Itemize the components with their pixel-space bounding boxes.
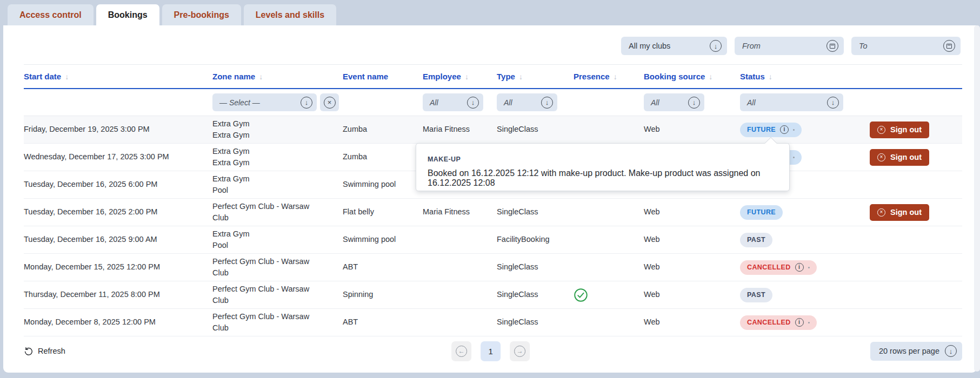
tooltip-title: MAKE-UP xyxy=(428,156,778,163)
info-icon[interactable]: i xyxy=(780,125,789,134)
start-date: Thursday, December 11, 2025 8:00 PM xyxy=(24,289,212,300)
start-date: Friday, December 19, 2025 3:00 PM xyxy=(24,124,212,135)
rows-per-page-select[interactable]: 20 rows per page ↓ xyxy=(870,342,962,361)
table-filter-row: — Select — ↓ × All ↓ All xyxy=(24,89,962,116)
event-name: ABT xyxy=(343,261,423,273)
chevron-down-icon: ↓ xyxy=(467,97,479,109)
booking-source: Web xyxy=(644,206,740,218)
calendar-icon xyxy=(826,40,838,52)
sign-out-button[interactable]: ×Sign out xyxy=(870,122,929,138)
bookings-card: All my clubs ↓ From To Start date↓ Zone … xyxy=(3,25,977,373)
start-date: Tuesday, December 16, 2025 9:00 AM xyxy=(24,234,212,245)
status-cell: CANCELLEDi xyxy=(740,260,843,275)
next-page-button[interactable]: → xyxy=(510,341,530,361)
date-from-input[interactable]: From xyxy=(735,37,844,55)
info-icon[interactable]: i xyxy=(795,318,804,327)
sign-out-button[interactable]: ×Sign out xyxy=(870,149,929,166)
booking-source-filter-select[interactable]: All ↓ xyxy=(644,93,704,111)
scrollbar[interactable] xyxy=(974,25,980,372)
employee: Maria Fitness xyxy=(423,124,497,135)
status-badge: PAST xyxy=(740,288,772,302)
sort-icon: ↓ xyxy=(709,72,712,81)
tab-levels-and-skills[interactable]: Levels and skills xyxy=(244,4,336,25)
tab-access-control[interactable]: Access control xyxy=(8,4,94,25)
start-date: Monday, December 15, 2025 12:00 PM xyxy=(24,261,212,273)
status-cell: CANCELLEDi xyxy=(740,315,843,330)
chevron-down-icon: ↓ xyxy=(945,345,957,357)
zone-name: Perfect Gym Club - WarsawClub xyxy=(212,311,343,334)
status-badge: CANCELLEDi xyxy=(740,260,817,275)
table-footer: Refresh ← 1 → 20 rows per page ↓ xyxy=(24,339,962,363)
start-date: Tuesday, December 16, 2025 2:00 PM xyxy=(24,206,212,218)
col-start-date[interactable]: Start date↓ xyxy=(24,72,212,81)
arrow-left-icon: ← xyxy=(456,346,467,357)
col-status[interactable]: Status↓ xyxy=(740,72,843,81)
sign-out-button[interactable]: ×Sign out xyxy=(870,204,929,221)
bookings-page: Access control Bookings Pre-bookings Lev… xyxy=(0,0,980,378)
booking-source: Web xyxy=(644,124,740,135)
tab-bar: Access control Bookings Pre-bookings Lev… xyxy=(0,0,980,25)
top-filters: All my clubs ↓ From To xyxy=(621,37,961,55)
employee-filter-select[interactable]: All ↓ xyxy=(423,93,483,111)
pagination: ← 1 → xyxy=(451,341,530,361)
tooltip-body: Booked on 16.12.2025 12:12 with make-up … xyxy=(428,168,778,188)
col-employee[interactable]: Employee↓ xyxy=(423,72,497,81)
sort-icon: ↓ xyxy=(769,72,772,81)
sort-icon: ↓ xyxy=(465,72,469,81)
info-icon[interactable]: i xyxy=(795,263,804,272)
col-type[interactable]: Type↓ xyxy=(497,72,574,81)
zone-name: Extra GymExtra Gym xyxy=(212,146,343,168)
refresh-button[interactable]: Refresh xyxy=(24,347,65,356)
event-name: Spinning xyxy=(343,289,423,300)
tab-bookings[interactable]: Bookings xyxy=(96,4,159,25)
clubs-select[interactable]: All my clubs ↓ xyxy=(621,37,727,55)
status-filter-select[interactable]: All ↓ xyxy=(740,93,843,111)
chevron-down-icon: ↓ xyxy=(541,97,553,109)
zone-filter-select[interactable]: — Select — ↓ xyxy=(212,93,317,111)
clear-x-icon: × xyxy=(324,97,336,109)
start-date: Monday, December 8, 2025 12:00 PM xyxy=(24,316,212,328)
table-row: Monday, December 8, 2025 12:00 PM Perfec… xyxy=(24,309,962,336)
table-row: Tuesday, December 16, 2025 2:00 PM Perfe… xyxy=(24,199,962,226)
booking-source: Web xyxy=(644,261,740,273)
col-booking-source[interactable]: Booking source↓ xyxy=(644,72,740,81)
bookings-table: Start date↓ Zone name↓ Event name Employ… xyxy=(24,64,962,336)
tab-pre-bookings[interactable]: Pre-bookings xyxy=(162,4,241,25)
event-name: Zumba xyxy=(343,124,423,135)
col-zone-name[interactable]: Zone name↓ xyxy=(212,72,343,81)
sign-out-x-icon: × xyxy=(877,126,885,134)
type-filter-select[interactable]: All ↓ xyxy=(497,93,557,111)
dot xyxy=(793,157,795,158)
status-cell: FUTURE xyxy=(740,205,843,220)
zone-filter-clear-button[interactable]: × xyxy=(320,93,339,111)
page-number[interactable]: 1 xyxy=(481,341,501,361)
type: SingleClass xyxy=(497,316,574,328)
employee: Maria Fitness xyxy=(423,206,497,218)
table-header: Start date↓ Zone name↓ Event name Employ… xyxy=(24,64,962,89)
event-name: Zumba xyxy=(343,151,423,163)
start-date: Wednesday, December 17, 2025 3:00 PM xyxy=(24,151,212,163)
chevron-down-icon: ↓ xyxy=(827,97,839,109)
sort-icon: ↓ xyxy=(259,72,263,81)
date-to-placeholder: To xyxy=(859,42,868,50)
sort-icon: ↓ xyxy=(65,72,69,81)
booking-source: Web xyxy=(644,289,740,300)
zone-name: Extra GymPool xyxy=(212,173,343,196)
zone-name: Perfect Gym Club - WarsawClub xyxy=(212,284,343,306)
zone-name: Perfect Gym Club - WarsawClub xyxy=(212,256,343,279)
makeup-tooltip: MAKE-UP Booked on 16.12.2025 12:12 with … xyxy=(416,143,790,191)
col-event-name[interactable]: Event name xyxy=(343,72,423,81)
col-presence[interactable]: Presence↓ xyxy=(574,72,644,81)
date-to-input[interactable]: To xyxy=(851,37,961,55)
refresh-icon xyxy=(24,347,33,356)
status-cell: PAST xyxy=(740,233,843,247)
start-date: Tuesday, December 16, 2025 6:00 PM xyxy=(24,179,212,190)
status-badge: FUTUREi xyxy=(740,123,802,137)
status-badge: PAST xyxy=(740,233,772,247)
table-row: Friday, December 19, 2025 3:00 PM Extra … xyxy=(24,116,962,144)
status-cell: PAST xyxy=(740,288,843,302)
dot xyxy=(793,129,795,131)
previous-page-button[interactable]: ← xyxy=(451,341,471,361)
chevron-down-icon: ↓ xyxy=(688,97,700,109)
date-from-placeholder: From xyxy=(742,42,761,50)
